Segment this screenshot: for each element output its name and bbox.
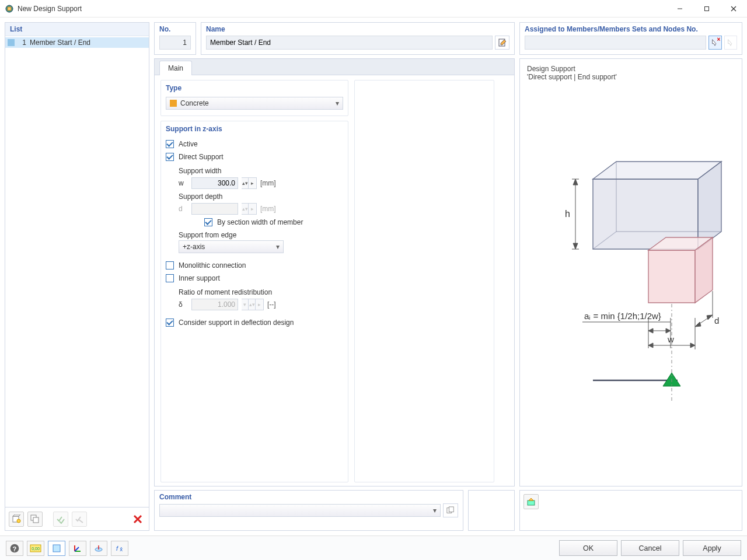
name-box: Name: [201, 22, 515, 55]
assigned-box: Assigned to Members/Members Sets and Nod…: [519, 22, 742, 55]
svg-marker-7: [13, 514, 20, 516]
comment-select[interactable]: ▾: [159, 504, 441, 517]
svg-marker-26: [573, 243, 578, 249]
depth-symbol: d: [179, 205, 188, 213]
preview-panel: Design Support 'Direct support | End sup…: [519, 58, 742, 487]
name-label: Name: [201, 23, 514, 33]
title-bar: New Design Support: [0, 0, 747, 18]
support-z-heading: Support in z-axis: [161, 121, 348, 135]
support-width-input[interactable]: [191, 177, 238, 189]
new-item-button[interactable]: [9, 512, 24, 527]
duplicate-item-button[interactable]: [27, 512, 43, 527]
depth-menu: ▸: [249, 203, 257, 215]
support-width-label: Support width: [179, 164, 343, 176]
support-edge-value: +z-axis: [183, 243, 205, 251]
tab-main[interactable]: Main: [159, 61, 192, 75]
svg-marker-53: [529, 498, 533, 501]
svg-text:x̂: x̂: [120, 547, 123, 552]
svg-text:f: f: [116, 545, 118, 552]
edit-name-button[interactable]: [495, 36, 509, 50]
list-item-index: 1: [19, 38, 26, 47]
svg-rect-58: [53, 545, 60, 552]
preview-subtitle: 'Direct support | End support': [527, 73, 735, 81]
support-depth-label: Support depth: [179, 190, 343, 202]
support-edge-label: Support from edge: [179, 229, 343, 240]
comment-box: Comment ▾: [154, 490, 463, 531]
ratio-label: Ratio of moment redistribution: [179, 286, 343, 298]
type-value: Concrete: [180, 99, 209, 107]
svg-text:0,00: 0,00: [32, 547, 40, 551]
direct-support-checkbox[interactable]: Direct Support: [166, 150, 343, 163]
deflection-checkbox[interactable]: Consider support in deflection design: [166, 316, 343, 329]
width-spin[interactable]: ▴▾: [242, 177, 249, 189]
list-item-swatch: [8, 39, 15, 46]
monolithic-checkbox[interactable]: Monolithic connection: [166, 259, 343, 272]
svg-rect-1: [8, 7, 11, 10]
list-item-label: Member Start / End: [30, 38, 90, 47]
units-button[interactable]: 0,00: [27, 541, 44, 556]
minimize-button[interactable]: [666, 0, 693, 18]
maximize-button[interactable]: [693, 0, 720, 18]
active-checkbox[interactable]: Active: [166, 138, 343, 150]
apply-button[interactable]: Apply: [683, 540, 741, 556]
svg-marker-25: [573, 179, 578, 185]
ok-button[interactable]: OK: [559, 540, 617, 556]
list-item[interactable]: 1 Member Start / End: [5, 37, 149, 48]
type-heading: Type: [161, 80, 348, 94]
support-depth-input: [191, 203, 238, 215]
ratio-symbol: δ: [179, 300, 188, 309]
svg-text:aᵢ = min {1/2h;1/2w}: aᵢ = min {1/2h;1/2w}: [584, 311, 661, 321]
type-swatch-icon: [170, 100, 177, 107]
inner-support-checkbox[interactable]: Inner support: [166, 272, 343, 285]
list-heading: List: [5, 23, 149, 36]
type-select[interactable]: Concrete ▾: [166, 97, 343, 110]
width-unit: [mm]: [260, 179, 276, 187]
svg-marker-38: [648, 343, 653, 348]
svg-rect-10: [33, 517, 39, 523]
width-symbol: w: [179, 179, 188, 187]
delete-item-button[interactable]: [130, 512, 145, 527]
pick-clear-button[interactable]: ×: [708, 36, 721, 50]
no-field[interactable]: [159, 36, 191, 50]
assigned-label: Assigned to Members/Members Sets and Nod…: [520, 23, 742, 33]
svg-rect-51: [449, 507, 453, 512]
comment-label: Comment: [159, 493, 458, 503]
view-plane-button[interactable]: [48, 541, 65, 556]
close-button[interactable]: [720, 0, 747, 18]
check-all-button[interactable]: [53, 512, 68, 527]
help-button[interactable]: ?: [6, 541, 23, 556]
svg-line-61: [75, 547, 79, 551]
svg-rect-3: [705, 6, 709, 10]
svg-marker-43: [695, 322, 701, 327]
support-edge-select[interactable]: +z-axis ▾: [179, 240, 284, 253]
name-field[interactable]: [206, 36, 493, 50]
app-icon: [5, 4, 14, 13]
pick-add-button[interactable]: [724, 36, 737, 50]
view-3d-button[interactable]: [90, 541, 107, 556]
by-section-checkbox[interactable]: By section width of member: [204, 216, 343, 229]
svg-text:?: ?: [13, 545, 17, 552]
svg-marker-21: [648, 250, 695, 303]
svg-marker-36: [666, 328, 671, 333]
width-menu[interactable]: ▸: [249, 177, 257, 189]
view-axes-button[interactable]: [69, 541, 86, 556]
svg-text:h: h: [565, 209, 570, 219]
preview-refresh-button[interactable]: [523, 494, 539, 509]
ratio-unit: [--]: [267, 300, 276, 309]
svg-line-11: [78, 519, 83, 523]
svg-marker-35: [648, 328, 653, 333]
depth-spin: ▴▾: [242, 203, 249, 215]
list-panel: List 1 Member Start / End: [5, 22, 149, 508]
uncheck-all-button[interactable]: [72, 512, 87, 527]
ratio-dropdown: ▾: [242, 299, 249, 310]
preview-title: Design Support: [527, 65, 735, 73]
formula-button[interactable]: fx̂: [111, 541, 128, 556]
comment-lib-button[interactable]: [443, 503, 458, 517]
cancel-button[interactable]: Cancel: [621, 540, 679, 556]
svg-point-8: [17, 519, 20, 523]
svg-marker-39: [690, 343, 695, 348]
svg-rect-52: [528, 501, 535, 505]
ratio-menu: ▸: [256, 299, 264, 310]
assigned-field[interactable]: [525, 36, 706, 50]
no-box: No.: [154, 22, 196, 55]
